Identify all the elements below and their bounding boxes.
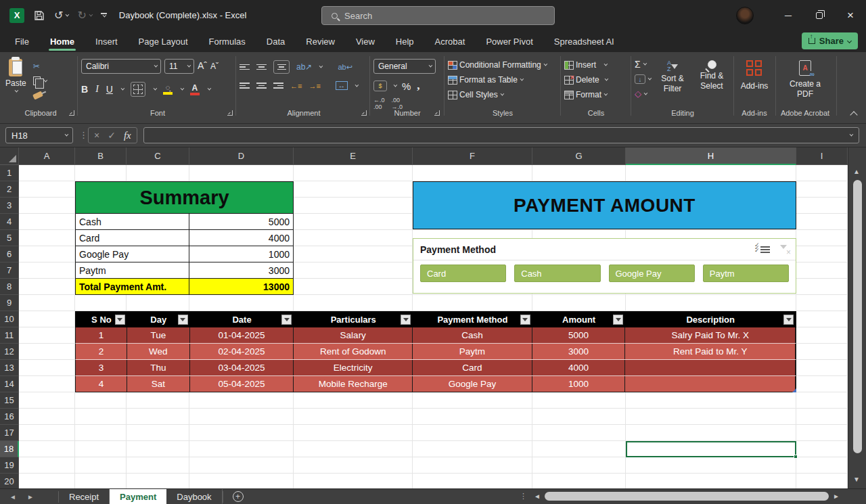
chevron-down-icon[interactable] (394, 83, 398, 87)
filter-dropdown-button[interactable] (783, 315, 794, 325)
table-cell[interactable]: 2 (76, 344, 127, 359)
payment-amount-banner[interactable]: PAYMENT AMOUNT (413, 181, 796, 229)
table-cell[interactable]: 1000 (532, 376, 626, 392)
table-cell[interactable]: 05-04-2025 (190, 376, 294, 392)
ribbon-tab-file[interactable]: File (14, 32, 30, 51)
ribbon-tab-help[interactable]: Help (394, 32, 415, 51)
find-select-button[interactable]: Find & Select (695, 59, 729, 99)
ribbon-tab-insert[interactable]: Insert (94, 32, 119, 51)
decrease-indent-button[interactable]: ←≡ (290, 82, 302, 90)
column-header-c[interactable]: C (127, 147, 189, 165)
borders-button[interactable] (131, 82, 145, 97)
enter-icon[interactable]: ✓ (108, 130, 116, 141)
row-header-6[interactable]: 6 (0, 246, 19, 262)
row-header-1[interactable]: 1 (0, 165, 19, 181)
sheet-tab-receipt[interactable]: Receipt (59, 489, 110, 504)
bottom-align-button[interactable] (273, 60, 290, 74)
clear-filter-icon[interactable] (779, 245, 789, 254)
ribbon-tab-acrobat[interactable]: Acrobat (434, 32, 467, 51)
filter-dropdown-button[interactable] (178, 315, 188, 325)
row-header-17[interactable]: 17 (0, 425, 19, 441)
column-header-d[interactable]: D (189, 147, 294, 165)
row-header-2[interactable]: 2 (0, 181, 19, 198)
chevron-down-icon[interactable] (319, 64, 323, 68)
excel-logo-icon[interactable]: X (9, 8, 24, 23)
align-right-button[interactable] (273, 83, 283, 89)
wrap-text-button[interactable]: ab↩ (338, 63, 352, 72)
chevron-down-icon[interactable] (208, 87, 212, 91)
table-cell[interactable]: 4 (76, 376, 127, 392)
scroll-left-icon[interactable]: ◄ (534, 492, 541, 500)
table-cell[interactable]: Mobile Recharge (294, 376, 413, 392)
align-center-button[interactable] (256, 83, 267, 89)
ribbon-tab-power-pivot[interactable]: Power Pivot (484, 32, 534, 51)
sheet-tab-daybook[interactable]: Daybook (166, 489, 222, 504)
summary-title-cell[interactable]: Summary (75, 181, 294, 214)
table-cell[interactable]: Tue (127, 327, 190, 343)
fill-button[interactable]: ↓ (635, 74, 650, 84)
row-header-8[interactable]: 8 (0, 279, 19, 295)
formula-bar-grip[interactable]: ⋮ (79, 130, 88, 140)
font-size-select[interactable]: 11 (164, 59, 194, 74)
summary-row[interactable]: Card4000 (75, 230, 294, 246)
close-button[interactable]: × (835, 0, 866, 30)
row-header-15[interactable]: 15 (0, 392, 19, 409)
minimize-button[interactable]: ─ (773, 0, 804, 30)
summary-row[interactable]: Cash5000 (75, 214, 294, 230)
row-header-9[interactable]: 9 (0, 295, 19, 311)
prev-sheet-icon[interactable]: ◄ (9, 493, 16, 501)
row-header-12[interactable]: 12 (0, 344, 19, 360)
fill-handle[interactable] (794, 455, 798, 459)
chevron-down-icon[interactable] (154, 87, 158, 91)
scroll-down-icon[interactable]: ▼ (853, 476, 860, 483)
scrollbar-grip[interactable]: ⋮ (520, 492, 527, 501)
table-cell[interactable]: Rent of Godown (294, 344, 413, 359)
chevron-down-icon[interactable] (181, 87, 185, 91)
expand-formula-bar-icon[interactable] (850, 133, 854, 137)
decrease-font-button[interactable]: Aˇ (210, 59, 219, 74)
increase-decimal-button[interactable]: ←.0.00 (373, 97, 385, 110)
row-header-18[interactable]: 18 (0, 441, 19, 457)
row-header-7[interactable]: 7 (0, 262, 19, 279)
underline-button[interactable]: U (106, 84, 113, 95)
chevron-down-icon[interactable] (121, 87, 125, 91)
customize-qat-icon[interactable] (101, 13, 107, 17)
row-header-4[interactable]: 4 (0, 214, 19, 230)
horizontal-scroll-thumb[interactable] (545, 492, 829, 501)
summary-row[interactable]: Google Pay1000 (75, 246, 294, 262)
clear-button[interactable]: ◇ (635, 89, 650, 99)
clipboard-dialog-launcher[interactable] (69, 110, 74, 116)
vertical-scroll-thumb[interactable] (853, 180, 862, 453)
create-pdf-button[interactable]: A Create a PDF (778, 56, 832, 99)
scroll-up-icon[interactable]: ▲ (853, 168, 860, 175)
row-header-20[interactable]: 20 (0, 474, 19, 488)
ribbon-tab-page-layout[interactable]: Page Layout (137, 32, 189, 51)
paste-button[interactable]: Paste (5, 59, 26, 96)
table-cell[interactable]: 03-04-2025 (190, 360, 294, 375)
comma-style-button[interactable]: , (417, 79, 419, 93)
row-header-19[interactable]: 19 (0, 457, 19, 474)
name-box[interactable]: H18 (5, 127, 73, 143)
row-header-13[interactable]: 13 (0, 360, 19, 376)
formula-input[interactable] (143, 127, 859, 143)
column-header-f[interactable]: F (413, 147, 532, 165)
ribbon-tab-formulas[interactable]: Formulas (208, 32, 247, 51)
middle-align-button[interactable] (256, 64, 267, 70)
cancel-icon[interactable]: × (94, 130, 99, 141)
table-cell[interactable]: Cash (413, 327, 532, 343)
new-sheet-button[interactable]: + (233, 491, 244, 502)
table-cell[interactable]: Google Pay (413, 376, 532, 392)
table-cell[interactable]: 4000 (532, 360, 626, 375)
table-cell[interactable]: Wed (127, 344, 190, 359)
accounting-format-button[interactable]: $ (373, 81, 387, 91)
table-resize-handle[interactable] (792, 388, 796, 392)
next-sheet-icon[interactable]: ► (27, 493, 34, 501)
column-header-b[interactable]: B (75, 147, 127, 165)
table-cell[interactable]: Electricity (294, 360, 413, 375)
summary-row[interactable]: Paytm3000 (75, 262, 294, 279)
filter-dropdown-button[interactable] (281, 315, 292, 325)
filter-dropdown-button[interactable] (613, 315, 623, 325)
search-input[interactable]: Search (321, 6, 555, 25)
table-cell[interactable]: Salary (294, 327, 413, 343)
restore-button[interactable] (804, 0, 835, 30)
